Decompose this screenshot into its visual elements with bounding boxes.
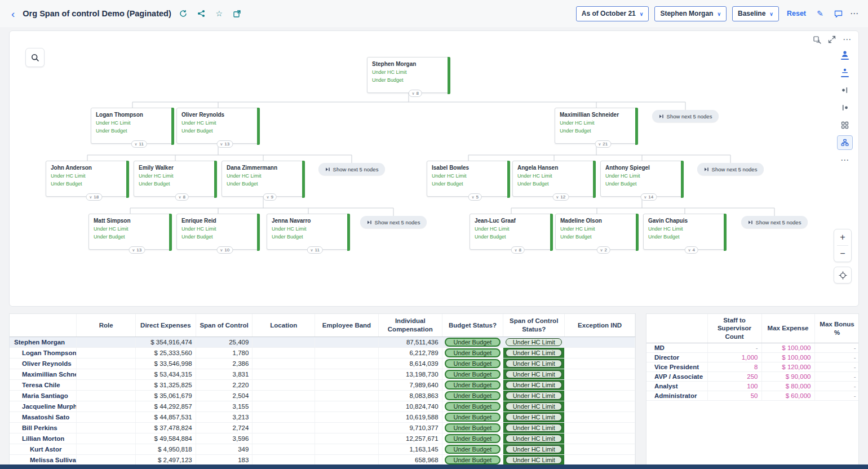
refresh-icon[interactable]: [177, 7, 189, 20]
org-node-isabel[interactable]: Isabel BowlesUnder HC LimitUnder Budget∨…: [427, 161, 510, 197]
scenario-dropdown[interactable]: Baseline ∨: [732, 6, 779, 21]
node-expand-badge[interactable]: ∨14: [640, 193, 657, 201]
node-expand-badge[interactable]: ∨10: [216, 246, 233, 254]
band-label-cell: AVP / Associate: [646, 372, 707, 382]
show-next-nodes-button[interactable]: Show next 5 nodes: [652, 110, 719, 122]
employee-name-cell[interactable]: Maximillian Schne...: [10, 369, 77, 379]
node-status-bar: [593, 161, 596, 198]
table-row[interactable]: Lillian Morton$ 49,584,8843,59612,257,67…: [10, 433, 635, 444]
profile-view-icon[interactable]: [837, 48, 853, 63]
zoom-out-button[interactable]: −: [834, 246, 851, 262]
employee-name-cell[interactable]: Teresa Chile: [10, 379, 77, 390]
node-expand-badge[interactable]: ∨4: [684, 246, 698, 254]
table-row[interactable]: Stephen Morgan$ 354,916,47425,40987,511,…: [10, 337, 635, 347]
table-row[interactable]: Bill Perkins$ 37,478,8242,7249,710,377Un…: [10, 422, 635, 433]
org-node-john[interactable]: John AndersonUnder HC LimitUnder Budget∨…: [46, 161, 129, 197]
as-of-date-dropdown[interactable]: As of October 21 ∨: [576, 6, 649, 21]
org-node-madeline[interactable]: Madeline OlsonUnder HC LimitUnder Budget…: [555, 214, 639, 250]
org-node-enrique[interactable]: Enrique ReidUnder HC LimitUnder Budget∨1…: [176, 214, 260, 250]
org-node-anthony[interactable]: Anthony SpiegelUnder HC LimitUnder Budge…: [600, 161, 684, 197]
node-expand-badge[interactable]: ∨2: [596, 246, 610, 254]
org-node-dana[interactable]: Dana ZimmermannUnder HC LimitUnder Budge…: [222, 161, 305, 197]
hierarchy-view-icon[interactable]: [837, 135, 853, 150]
employee-name-cell[interactable]: Melissa Sullivan: [10, 454, 77, 465]
star-icon[interactable]: ☆: [213, 7, 225, 20]
employee-name-cell[interactable]: Jacqueline Murphy: [10, 401, 77, 412]
node-expand-badge[interactable]: ∨9: [263, 193, 277, 201]
show-next-nodes-button[interactable]: Show next 5 nodes: [741, 216, 808, 228]
employee-name-cell[interactable]: Masatoshi Sato: [10, 412, 77, 422]
open-in-new-icon[interactable]: [231, 7, 243, 20]
table-row[interactable]: Oliver Reynolds$ 33,546,9982,3868,614,03…: [10, 358, 635, 369]
table-row[interactable]: Jacqueline Murphy$ 44,292,8573,15510,824…: [10, 401, 635, 412]
node-expand-badge[interactable]: ∨8: [175, 193, 189, 201]
org-node-emily[interactable]: Emily WalkerUnder HC LimitUnder Budget∨8: [134, 161, 217, 197]
table-row[interactable]: Kurt Astor$ 4,950,8183491,163,145Under B…: [10, 444, 635, 454]
employee-name-cell[interactable]: Logan Thompson: [10, 347, 77, 358]
node-expand-badge[interactable]: ∨13: [129, 246, 145, 254]
org-node-stephen[interactable]: Stephen MorganUnder HC LimitUnder Budget…: [367, 57, 450, 93]
person-dropdown[interactable]: Stephen Morgan ∨: [654, 6, 727, 21]
employee-name-cell[interactable]: Oliver Reynolds: [10, 358, 77, 369]
employee-name-cell[interactable]: Bill Perkins: [10, 422, 77, 433]
org-chart-canvas[interactable]: ⋯: [9, 30, 859, 307]
share-icon[interactable]: [195, 7, 207, 20]
table-row[interactable]: MD-$ 100,000-: [646, 343, 859, 353]
employee-name-cell[interactable]: Stephen Morgan: [10, 337, 77, 347]
org-node-max[interactable]: Maximillian SchneiderUnder HC LimitUnder…: [555, 108, 638, 144]
org-node-jeanluc[interactable]: Jean-Luc GraafUnder HC LimitUnder Budget…: [470, 214, 553, 250]
org-node-gavin[interactable]: Gavin ChapuisUnder HC LimitUnder Budget∨…: [643, 214, 727, 250]
employee-name-cell[interactable]: Maria Santiago: [10, 390, 77, 401]
fullscreen-icon[interactable]: [828, 36, 836, 43]
show-next-nodes-button[interactable]: Show next 5 nodes: [318, 163, 385, 175]
compact-view-icon[interactable]: [837, 65, 853, 80]
comment-icon[interactable]: [832, 7, 844, 20]
table-row[interactable]: AVP / Associate250$ 90,000-: [646, 372, 859, 382]
node-expand-badge[interactable]: ∨8: [511, 246, 525, 254]
canvas-more-icon[interactable]: ⋯: [843, 34, 852, 45]
soc-status-cell: Under HC Limit: [503, 379, 565, 390]
table-row[interactable]: Vice President8$ 120,000-: [646, 362, 859, 372]
node-expand-badge[interactable]: ∨11: [131, 140, 147, 148]
table-row[interactable]: Masatoshi Sato$ 44,857,5313,21310,619,58…: [10, 412, 635, 422]
node-expand-badge[interactable]: ∨21: [595, 140, 611, 148]
node-expand-badge[interactable]: ∨8: [408, 90, 422, 97]
center-target-button[interactable]: [834, 267, 851, 283]
table-row[interactable]: Teresa Chile$ 31,325,8252,2207,989,640Un…: [10, 379, 635, 390]
table-row[interactable]: Melissa Sullivan$ 2,497,123183658,968Und…: [10, 454, 635, 465]
org-node-jenna[interactable]: Jenna NavarroUnder HC LimitUnder Budget∨…: [267, 214, 350, 250]
org-node-logan[interactable]: Logan ThompsonUnder HC LimitUnder Budget…: [91, 108, 174, 144]
edit-pencil-icon[interactable]: ✎: [814, 7, 826, 20]
more-menu-icon[interactable]: ⋯: [850, 8, 859, 19]
node-expand-badge[interactable]: ∨5: [468, 193, 482, 201]
table-row[interactable]: Administrator50$ 60,000-: [646, 391, 859, 401]
table-row[interactable]: Logan Thompson$ 25,333,5601,7806,212,789…: [10, 347, 635, 358]
show-next-nodes-button[interactable]: Show next 5 nodes: [360, 216, 427, 228]
reset-button[interactable]: Reset: [787, 10, 806, 17]
grid-view-icon[interactable]: [837, 118, 853, 132]
org-node-matt[interactable]: Matt SimpsonUnder HC LimitUnder Budget∨1…: [88, 214, 172, 250]
employee-name-cell[interactable]: Lillian Morton: [10, 433, 77, 444]
table-row[interactable]: Director1,000$ 100,000-: [646, 353, 859, 362]
org-node-angela[interactable]: Angela HansenUnder HC LimitUnder Budget∨…: [512, 161, 596, 197]
node-expand-badge[interactable]: ∨12: [552, 193, 569, 201]
align-left-icon[interactable]: [837, 83, 853, 98]
pan-icon[interactable]: [813, 36, 821, 44]
employee-name-cell[interactable]: Kurt Astor: [10, 444, 77, 454]
soc-status-badge: Under HC Limit: [506, 381, 562, 389]
node-name: Logan Thompson: [96, 112, 167, 118]
align-right-icon[interactable]: [837, 100, 853, 115]
node-expand-badge[interactable]: ∨11: [307, 246, 322, 254]
search-button[interactable]: [25, 48, 45, 67]
org-node-oliver[interactable]: Oliver ReynoldsUnder HC LimitUnder Budge…: [176, 108, 260, 144]
more-options-icon[interactable]: ⋯: [837, 153, 853, 167]
node-expand-badge[interactable]: ∨18: [86, 193, 102, 201]
horizontal-scrollbar[interactable]: [0, 464, 868, 469]
node-expand-badge[interactable]: ∨13: [216, 140, 233, 148]
back-button[interactable]: ‹: [9, 8, 17, 19]
table-row[interactable]: Analyst100$ 80,000-: [646, 382, 859, 391]
zoom-in-button[interactable]: +: [834, 229, 851, 245]
table-row[interactable]: Maximillian Schne...$ 53,434,3153,83113,…: [10, 369, 635, 379]
show-next-nodes-button[interactable]: Show next 5 nodes: [697, 163, 764, 175]
table-row[interactable]: Maria Santiago$ 35,061,6792,5048,083,863…: [10, 390, 635, 401]
